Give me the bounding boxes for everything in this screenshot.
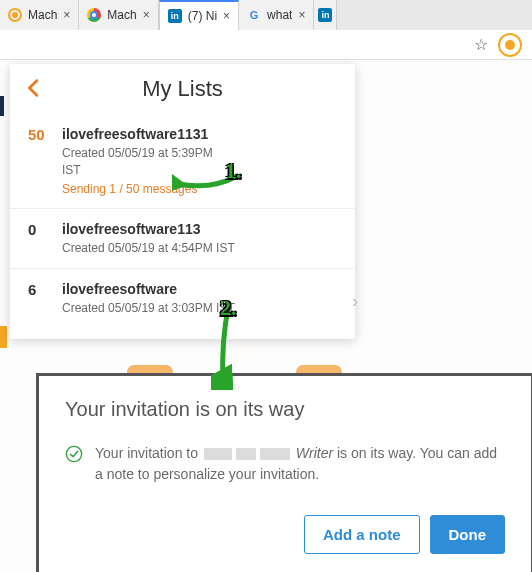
browser-tab[interactable]: in bbox=[314, 0, 337, 30]
tab-close-icon[interactable]: × bbox=[223, 9, 230, 23]
card-message: Your invitation to Writer is on its way.… bbox=[95, 443, 505, 485]
tab-close-icon[interactable]: × bbox=[63, 8, 70, 22]
tab-close-icon[interactable]: × bbox=[143, 8, 150, 22]
svg-point-0 bbox=[66, 446, 81, 461]
browser-tab[interactable]: G what × bbox=[239, 0, 314, 30]
chevron-left-icon bbox=[23, 77, 45, 99]
card-title: Your invitation is on its way bbox=[65, 398, 505, 421]
redacted-text bbox=[236, 448, 256, 460]
card-actions: Add a note Done bbox=[65, 515, 505, 554]
panel-title: My Lists bbox=[142, 76, 223, 102]
list-count: 6 bbox=[28, 281, 62, 317]
add-note-button[interactable]: Add a note bbox=[304, 515, 420, 554]
tab-close-icon[interactable]: × bbox=[298, 8, 305, 22]
list-meta: Created 05/05/19 at 3:03PM IST bbox=[62, 300, 337, 317]
list-row[interactable]: 6 ilovefreesoftware Created 05/05/19 at … bbox=[10, 269, 355, 329]
favicon-chrome-icon bbox=[87, 8, 101, 22]
page-background-bar bbox=[0, 96, 4, 116]
list-count: 50 bbox=[28, 126, 62, 196]
redacted-text bbox=[260, 448, 290, 460]
browser-tabstrip: Mach × Mach × in (7) Ni × G what × in bbox=[0, 0, 532, 30]
list-name: ilovefreesoftware bbox=[62, 281, 337, 297]
favicon-linkedin-icon: in bbox=[168, 9, 182, 23]
favicon-orange-icon bbox=[8, 8, 22, 22]
list-count: 0 bbox=[28, 221, 62, 257]
tab-label: Mach bbox=[28, 8, 57, 22]
check-circle-icon bbox=[65, 445, 83, 463]
back-button[interactable] bbox=[22, 76, 46, 100]
extension-icon[interactable] bbox=[498, 33, 522, 57]
tab-label: Mach bbox=[107, 8, 136, 22]
list-name: ilovefreesoftware113 bbox=[62, 221, 337, 237]
card-body: Your invitation to Writer is on its way.… bbox=[65, 443, 505, 485]
page-background-accent bbox=[0, 326, 7, 348]
my-lists-panel: My Lists 50 ilovefreesoftware1131 Create… bbox=[10, 64, 355, 339]
tab-label: (7) Ni bbox=[188, 9, 217, 23]
annotation-number: 2. bbox=[220, 295, 237, 321]
panel-header: My Lists bbox=[10, 64, 355, 114]
browser-tab-active[interactable]: in (7) Ni × bbox=[159, 0, 239, 30]
favicon-google-icon: G bbox=[247, 8, 261, 22]
browser-tab[interactable]: Mach × bbox=[0, 0, 79, 30]
redacted-text bbox=[204, 448, 232, 460]
annotation-number: 1. bbox=[225, 158, 242, 184]
card-msg-italic: Writer bbox=[296, 445, 333, 461]
list-row[interactable]: 0 ilovefreesoftware113 Created 05/05/19 … bbox=[10, 209, 355, 270]
list-name: ilovefreesoftware1131 bbox=[62, 126, 337, 142]
confirmation-card: Your invitation is on its way Your invit… bbox=[36, 373, 532, 572]
card-msg-prefix: Your invitation to bbox=[95, 445, 198, 461]
done-button[interactable]: Done bbox=[430, 515, 506, 554]
browser-toolbar: ☆ bbox=[0, 30, 532, 60]
chevron-right-icon: › bbox=[352, 291, 358, 312]
browser-tab[interactable]: Mach × bbox=[79, 0, 158, 30]
tab-label: what bbox=[267, 8, 292, 22]
bookmark-star-icon[interactable]: ☆ bbox=[474, 35, 488, 54]
favicon-linkedin-icon: in bbox=[318, 8, 332, 22]
list-meta: Created 05/05/19 at 5:39PM bbox=[62, 145, 337, 162]
list-meta: Created 05/05/19 at 4:54PM IST bbox=[62, 240, 337, 257]
